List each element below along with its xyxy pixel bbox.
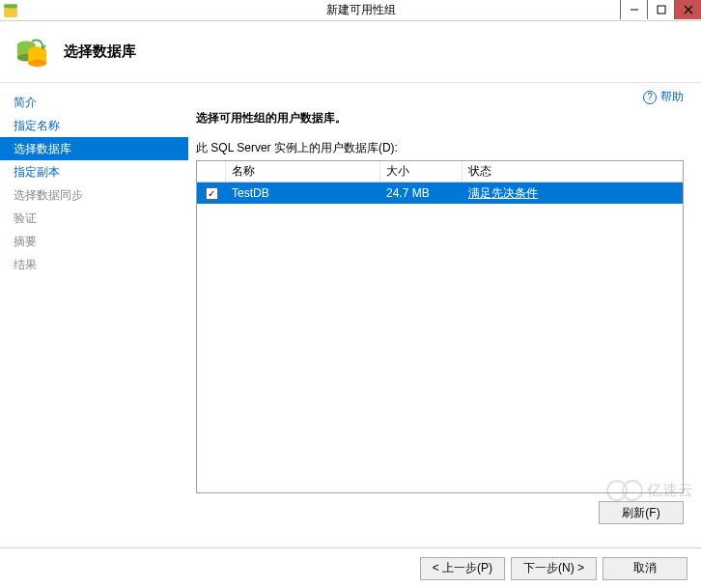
step-specify-replica[interactable]: 指定副本	[0, 160, 188, 183]
checkbox-icon[interactable]: ✓	[206, 187, 218, 200]
table-label: 此 SQL Server 实例上的用户数据库(D):	[196, 140, 684, 156]
step-data-sync[interactable]: 选择数据同步	[0, 183, 188, 207]
col-header-check[interactable]	[197, 161, 226, 182]
previous-button[interactable]: < 上一步(P)	[420, 557, 505, 580]
maximize-button[interactable]	[647, 0, 674, 19]
table-header: 名称 大小 状态	[197, 161, 683, 182]
col-header-size[interactable]: 大小	[380, 161, 463, 182]
page-title: 选择数据库	[64, 42, 136, 61]
row-name: TestDB	[226, 182, 380, 204]
help-link[interactable]: ? 帮助	[643, 89, 684, 105]
titlebar: 新建可用性组	[0, 0, 701, 21]
database-table: 名称 大小 状态 ✓ TestDB 24.7 MB 满足先决条件	[196, 160, 684, 493]
help-label: 帮助	[660, 89, 684, 105]
step-validate[interactable]: 验证	[0, 207, 188, 230]
step-specify-name[interactable]: 指定名称	[0, 114, 188, 137]
close-button[interactable]	[674, 0, 701, 19]
database-icon	[14, 34, 50, 70]
row-status[interactable]: 满足先决条件	[463, 182, 683, 204]
row-size: 24.7 MB	[380, 182, 463, 204]
step-result[interactable]: 结果	[0, 253, 188, 276]
refresh-button[interactable]: 刷新(F)	[599, 501, 684, 524]
wizard-header: 选择数据库	[0, 21, 701, 83]
wizard-body: 简介 指定名称 选择数据库 指定副本 选择数据同步 验证 摘要 结果 ? 帮助 …	[0, 83, 701, 547]
table-row[interactable]: ✓ TestDB 24.7 MB 满足先决条件	[197, 182, 683, 204]
step-intro[interactable]: 简介	[0, 91, 188, 114]
cancel-button[interactable]: 取消	[603, 557, 687, 580]
next-button[interactable]: 下一步(N) >	[511, 557, 597, 580]
col-header-status[interactable]: 状态	[463, 161, 683, 182]
step-select-database[interactable]: 选择数据库	[0, 137, 188, 160]
svg-point-11	[28, 59, 46, 67]
app-icon	[0, 0, 21, 21]
window-controls	[620, 0, 701, 19]
col-header-name[interactable]: 名称	[226, 161, 380, 182]
instruction-text: 选择可用性组的用户数据库。	[196, 110, 684, 126]
wizard-footer: < 上一步(P) 下一步(N) > 取消	[0, 547, 701, 588]
minimize-button[interactable]	[620, 0, 647, 19]
wizard-steps: 简介 指定名称 选择数据库 指定副本 选择数据同步 验证 摘要 结果	[0, 83, 188, 547]
step-summary[interactable]: 摘要	[0, 230, 188, 253]
row-checkbox-cell[interactable]: ✓	[197, 182, 226, 204]
wizard-content: ? 帮助 选择可用性组的用户数据库。 此 SQL Server 实例上的用户数据…	[188, 83, 701, 547]
help-icon: ?	[643, 91, 657, 104]
svg-rect-0	[4, 6, 17, 16]
svg-rect-3	[658, 6, 665, 14]
svg-rect-1	[4, 4, 17, 8]
window-title: 新建可用性组	[21, 2, 701, 18]
